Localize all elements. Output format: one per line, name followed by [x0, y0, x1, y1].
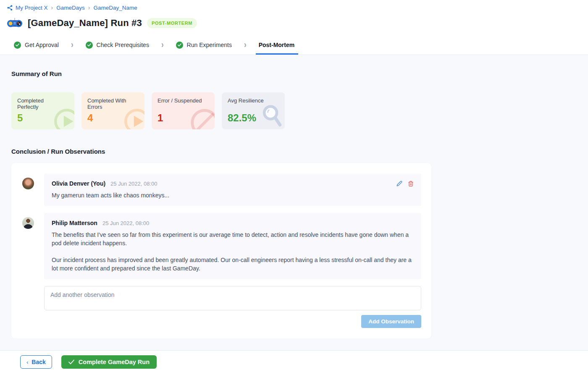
observations-heading: Conclusion / Run Observations	[11, 148, 588, 155]
add-observation-input[interactable]	[44, 286, 421, 310]
observation-bubble: Olivia Denver (You) 25 Jun 2022, 08:00	[44, 173, 421, 206]
stat-card-completed-with-errors: Completed With Errors 4	[81, 92, 144, 129]
stat-label: Error / Suspended	[158, 98, 204, 104]
tab-get-approval[interactable]: Get Approval	[14, 35, 59, 55]
page-title: [GameDay_Name] Run #3	[28, 18, 142, 29]
observation-timestamp: 25 Jun 2022, 08:00	[102, 220, 149, 226]
breadcrumb-item-gamedays[interactable]: GameDays	[56, 5, 85, 11]
stat-label: Avg Resilience	[228, 98, 274, 104]
observation-bubble: Philip Matterson 25 Jun 2022, 08:00 The …	[44, 213, 421, 279]
stat-card-completed-perfectly: Completed Perfectly 5	[11, 92, 74, 129]
tab-run-experiments[interactable]: Run Experiments	[176, 35, 232, 55]
avatar	[22, 178, 34, 189]
breadcrumb: My Project X › GameDays › GameDay_Name	[6, 4, 588, 11]
observation-timestamp: 25 Jun 2022, 08:00	[110, 181, 157, 187]
check-circle-icon	[14, 42, 21, 49]
stat-label: Completed With Errors	[87, 98, 134, 110]
breadcrumb-separator: ›	[87, 4, 91, 11]
observation-item: Philip Matterson 25 Jun 2022, 08:00 The …	[22, 213, 421, 279]
breadcrumb-item-project[interactable]: My Project X	[16, 5, 48, 11]
tab-label: Get Approval	[25, 42, 59, 48]
observations-card: Olivia Denver (You) 25 Jun 2022, 08:00	[11, 163, 431, 338]
stat-card-avg-resilience: Avg Resilience 82.5%	[222, 92, 285, 129]
tab-label: Post-Mortem	[259, 42, 295, 48]
chevron-right-icon: ›	[59, 39, 86, 50]
complete-gameday-run-button[interactable]: Complete GameDay Run	[61, 355, 157, 369]
breadcrumb-separator: ›	[50, 4, 54, 11]
back-button[interactable]: ‹ Back	[20, 355, 52, 369]
footer-bar: ‹ Back Complete GameDay Run	[0, 350, 588, 373]
delete-icon[interactable]	[408, 181, 414, 187]
observation-text: Our incident process has improved and be…	[52, 256, 414, 273]
chevron-right-icon: ›	[232, 39, 259, 50]
chevron-left-icon: ‹	[26, 359, 28, 365]
observation-text: The benefits that I've seen so far from …	[52, 231, 414, 247]
tab-check-prerequisites[interactable]: Check Prerequisites	[86, 35, 149, 55]
stat-value: 4	[87, 112, 139, 124]
status-badge: POST-MORTERM	[147, 18, 197, 28]
tab-post-mortem[interactable]: Post-Mortem	[259, 35, 295, 55]
stat-value: 1	[158, 112, 209, 124]
summary-cards: Completed Perfectly 5 Completed With Err…	[11, 92, 588, 129]
page-header: My Project X › GameDays › GameDay_Name […	[0, 0, 588, 29]
check-circle-icon	[176, 42, 183, 49]
stat-value: 5	[17, 112, 68, 124]
back-button-label: Back	[32, 359, 45, 365]
observation-item: Olivia Denver (You) 25 Jun 2022, 08:00	[22, 173, 421, 206]
check-circle-icon	[86, 42, 93, 49]
main-content: Summary of Run Completed Perfectly 5 Com…	[0, 55, 588, 350]
tab-label: Check Prerequisites	[97, 42, 149, 48]
stat-value: 82.5%	[228, 112, 279, 124]
avatar	[22, 217, 34, 229]
complete-button-label: Complete GameDay Run	[79, 359, 150, 365]
check-icon	[68, 359, 74, 365]
stat-card-error-suspended: Error / Suspended 1	[152, 92, 215, 129]
observation-text: My gamerun team acts like chaos monkeys.…	[52, 191, 414, 199]
add-observation-button[interactable]: Add Observation	[361, 315, 421, 328]
run-steps-tabbar: Get Approval › Check Prerequisites › Run…	[0, 35, 588, 55]
chevron-right-icon: ›	[149, 39, 176, 50]
stat-label: Completed Perfectly	[17, 98, 63, 110]
edit-icon[interactable]	[396, 181, 402, 186]
project-share-icon	[7, 5, 13, 11]
tab-label: Run Experiments	[187, 42, 232, 48]
observation-author: Olivia Denver (You)	[52, 180, 105, 187]
breadcrumb-item-gameday-name[interactable]: GameDay_Name	[93, 5, 137, 11]
gamepad-icon	[7, 17, 23, 29]
observation-author: Philip Matterson	[52, 220, 97, 226]
summary-heading: Summary of Run	[11, 70, 588, 77]
